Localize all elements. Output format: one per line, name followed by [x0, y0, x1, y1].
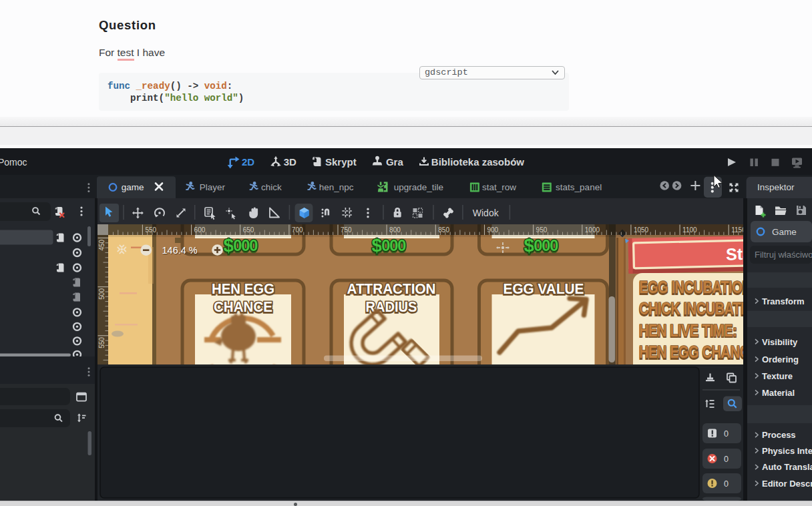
svg-text:550: 550 [145, 226, 156, 234]
svg-text:Inspektor: Inspektor [757, 182, 795, 192]
svg-text:Player: Player [200, 182, 226, 192]
svg-text:chick: chick [261, 182, 282, 192]
svg-text:ATTRACTION: ATTRACTION [347, 281, 436, 297]
svg-text:1100: 1100 [682, 226, 697, 234]
svg-text:Widok: Widok [473, 208, 499, 218]
svg-text:1050: 1050 [634, 226, 649, 234]
svg-text:$000: $000 [372, 235, 407, 256]
svg-text:950: 950 [536, 226, 548, 234]
svg-text:650: 650 [243, 226, 254, 234]
svg-text:stat_row: stat_row [482, 182, 516, 192]
svg-text:0: 0 [724, 455, 729, 464]
svg-text:450: 450 [98, 239, 106, 250]
svg-text:Auto Translate: Auto Translate [762, 462, 812, 472]
svg-text:Biblioteka zasobów: Biblioteka zasobów [431, 156, 525, 168]
svg-text:700: 700 [292, 226, 303, 234]
svg-text:Pomoc: Pomoc [0, 157, 27, 168]
svg-text:Transform: Transform [762, 296, 805, 306]
svg-text:Gra: Gra [386, 156, 404, 168]
svg-text:1000: 1000 [585, 226, 600, 234]
svg-text:game: game [122, 182, 144, 192]
svg-text:0: 0 [724, 479, 729, 489]
svg-text:550: 550 [98, 337, 106, 348]
svg-text:Visibility: Visibility [762, 337, 798, 347]
svg-text:600: 600 [194, 226, 206, 234]
svg-text:EGG VALUE: EGG VALUE [503, 281, 584, 297]
svg-text:800: 800 [389, 226, 401, 234]
svg-text:500: 500 [98, 288, 106, 300]
svg-text:900: 900 [487, 226, 499, 234]
svg-text:750: 750 [341, 226, 352, 234]
svg-text:850: 850 [438, 226, 449, 234]
svg-text:Texture: Texture [762, 371, 793, 381]
svg-text:stats_panel: stats_panel [556, 182, 602, 192]
svg-text:upgrade_tile: upgrade_tile [394, 182, 443, 192]
svg-text:3D: 3D [284, 156, 296, 168]
svg-text:$000: $000 [524, 235, 559, 256]
svg-text:Physics Interpolation: Physics Interpolation [762, 446, 812, 456]
svg-text:EGG INCUBATION:: EGG INCUBATION: [639, 278, 756, 297]
svg-text:Material: Material [762, 388, 795, 398]
svg-text:Game: Game [772, 227, 797, 237]
svg-text:0: 0 [724, 429, 729, 439]
svg-text:hen_npc: hen_npc [319, 182, 354, 192]
svg-text:Editor Description: Editor Description [762, 479, 812, 489]
svg-text:2D: 2D [242, 156, 254, 168]
svg-text:146.4 %: 146.4 % [162, 245, 198, 256]
svg-text:$000: $000 [224, 235, 258, 256]
svg-text:CHANCE: CHANCE [214, 299, 272, 315]
svg-text:Ordering: Ordering [762, 354, 799, 364]
svg-text:HEN LIVE TIME:: HEN LIVE TIME: [639, 322, 737, 340]
svg-text:Skrypt: Skrypt [325, 156, 357, 168]
svg-text:Process: Process [762, 430, 796, 440]
svg-text:HEN EGG: HEN EGG [212, 281, 274, 297]
svg-text:Filtruj właściwości: Filtruj właściwości [755, 250, 812, 260]
